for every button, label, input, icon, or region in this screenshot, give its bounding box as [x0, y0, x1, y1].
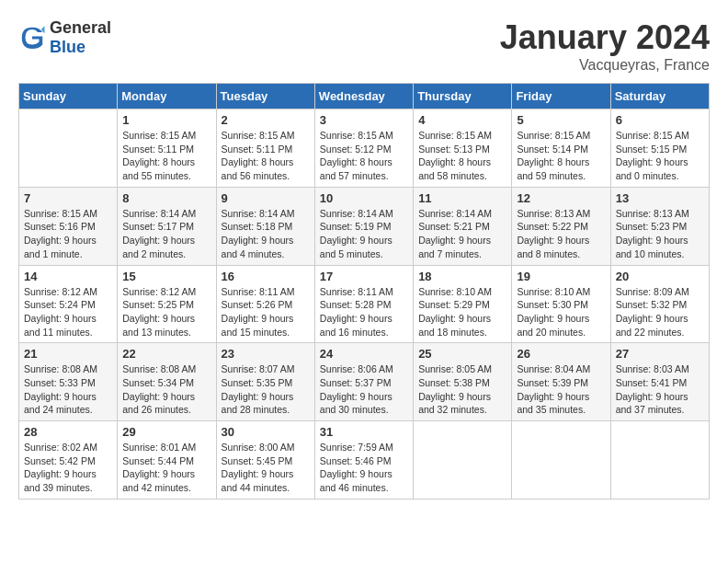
- day-info: Sunrise: 8:12 AM Sunset: 5:25 PM Dayligh…: [122, 285, 210, 339]
- day-info: Sunrise: 8:08 AM Sunset: 5:34 PM Dayligh…: [122, 362, 210, 417]
- day-number: 16: [222, 270, 310, 283]
- day-number: 10: [320, 191, 408, 205]
- calendar-cell: 29Sunrise: 8:01 AM Sunset: 5:44 PM Dayli…: [118, 421, 216, 500]
- day-number: 30: [222, 425, 310, 439]
- day-number: 9: [222, 191, 310, 205]
- day-info: Sunrise: 8:14 AM Sunset: 5:18 PM Dayligh…: [222, 207, 310, 261]
- calendar-cell: 1Sunrise: 8:15 AM Sunset: 5:11 PM Daylig…: [118, 109, 216, 188]
- day-info: Sunrise: 8:11 AM Sunset: 5:26 PM Dayligh…: [222, 285, 310, 339]
- calendar-cell: 2Sunrise: 8:15 AM Sunset: 5:11 PM Daylig…: [216, 109, 314, 188]
- calendar-cell: 31Sunrise: 7:59 AM Sunset: 5:46 PM Dayli…: [314, 421, 413, 500]
- day-number: 31: [320, 425, 408, 439]
- day-number: 1: [122, 113, 210, 127]
- calendar-cell: 8Sunrise: 8:14 AM Sunset: 5:17 PM Daylig…: [118, 187, 216, 265]
- day-info: Sunrise: 8:07 AM Sunset: 5:35 PM Dayligh…: [222, 362, 310, 417]
- calendar-cell: 6Sunrise: 8:15 AM Sunset: 5:15 PM Daylig…: [610, 109, 709, 188]
- day-number: 21: [24, 347, 112, 361]
- calendar-cell: 18Sunrise: 8:10 AM Sunset: 5:29 PM Dayli…: [414, 265, 512, 343]
- day-number: 22: [122, 347, 210, 361]
- calendar-cell: 17Sunrise: 8:11 AM Sunset: 5:28 PM Dayli…: [314, 265, 413, 343]
- calendar-cell: 7Sunrise: 8:15 AM Sunset: 5:16 PM Daylig…: [19, 187, 118, 265]
- day-info: Sunrise: 8:05 AM Sunset: 5:38 PM Dayligh…: [418, 362, 506, 417]
- weekday-header-monday: Monday: [118, 84, 216, 109]
- weekday-header-wednesday: Wednesday: [314, 84, 413, 109]
- calendar-week-3: 14Sunrise: 8:12 AM Sunset: 5:24 PM Dayli…: [19, 265, 710, 343]
- day-info: Sunrise: 8:02 AM Sunset: 5:42 PM Dayligh…: [24, 441, 112, 495]
- weekday-header-thursday: Thursday: [414, 84, 512, 109]
- day-number: 14: [24, 270, 112, 283]
- calendar-cell: 19Sunrise: 8:10 AM Sunset: 5:30 PM Dayli…: [512, 265, 610, 343]
- calendar-header-row: SundayMondayTuesdayWednesdayThursdayFrid…: [19, 84, 710, 109]
- weekday-header-sunday: Sunday: [19, 84, 118, 109]
- calendar-cell: 3Sunrise: 8:15 AM Sunset: 5:12 PM Daylig…: [314, 109, 413, 188]
- day-number: 8: [122, 191, 210, 205]
- day-info: Sunrise: 8:11 AM Sunset: 5:28 PM Dayligh…: [320, 285, 408, 339]
- calendar-table: SundayMondayTuesdayWednesdayThursdayFrid…: [18, 83, 710, 500]
- day-info: Sunrise: 8:08 AM Sunset: 5:33 PM Dayligh…: [24, 362, 112, 417]
- day-number: 11: [418, 191, 506, 205]
- day-number: 12: [517, 191, 605, 205]
- calendar-cell: 27Sunrise: 8:03 AM Sunset: 5:41 PM Dayli…: [610, 343, 709, 421]
- logo-general: General: [50, 18, 111, 38]
- day-number: 28: [24, 425, 112, 439]
- day-number: 7: [24, 191, 112, 205]
- calendar-cell: 15Sunrise: 8:12 AM Sunset: 5:25 PM Dayli…: [118, 265, 216, 343]
- day-info: Sunrise: 8:15 AM Sunset: 5:16 PM Dayligh…: [24, 207, 112, 261]
- day-info: Sunrise: 8:15 AM Sunset: 5:12 PM Dayligh…: [320, 129, 408, 183]
- day-info: Sunrise: 8:14 AM Sunset: 5:17 PM Dayligh…: [122, 207, 210, 261]
- day-info: Sunrise: 8:15 AM Sunset: 5:15 PM Dayligh…: [616, 129, 704, 183]
- page-header: General Blue January 2024 Vacqueyras, Fr…: [18, 18, 710, 74]
- day-info: Sunrise: 8:15 AM Sunset: 5:11 PM Dayligh…: [122, 129, 210, 183]
- month-title: January 2024: [500, 18, 710, 57]
- calendar-cell: [610, 421, 709, 500]
- day-number: 20: [616, 270, 704, 283]
- day-info: Sunrise: 8:10 AM Sunset: 5:30 PM Dayligh…: [517, 285, 605, 339]
- title-block: January 2024 Vacqueyras, France: [500, 18, 710, 74]
- day-number: 13: [616, 191, 704, 205]
- day-info: Sunrise: 8:10 AM Sunset: 5:29 PM Dayligh…: [418, 285, 506, 339]
- day-number: 18: [418, 270, 506, 283]
- calendar-week-1: 1Sunrise: 8:15 AM Sunset: 5:11 PM Daylig…: [19, 109, 710, 188]
- day-number: 4: [418, 113, 506, 127]
- day-number: 23: [222, 347, 310, 361]
- logo-text: General Blue: [50, 18, 111, 57]
- logo-icon: [18, 24, 46, 52]
- calendar-week-5: 28Sunrise: 8:02 AM Sunset: 5:42 PM Dayli…: [19, 421, 710, 500]
- day-info: Sunrise: 8:14 AM Sunset: 5:19 PM Dayligh…: [320, 207, 408, 261]
- weekday-header-saturday: Saturday: [610, 84, 709, 109]
- day-info: Sunrise: 8:01 AM Sunset: 5:44 PM Dayligh…: [122, 441, 210, 495]
- day-info: Sunrise: 8:15 AM Sunset: 5:14 PM Dayligh…: [517, 129, 605, 183]
- calendar-cell: 28Sunrise: 8:02 AM Sunset: 5:42 PM Dayli…: [19, 421, 118, 500]
- calendar-cell: 16Sunrise: 8:11 AM Sunset: 5:26 PM Dayli…: [216, 265, 314, 343]
- day-number: 25: [418, 347, 506, 361]
- day-number: 26: [517, 347, 605, 361]
- day-info: Sunrise: 8:13 AM Sunset: 5:22 PM Dayligh…: [517, 207, 605, 261]
- day-info: Sunrise: 8:13 AM Sunset: 5:23 PM Dayligh…: [616, 207, 704, 261]
- day-info: Sunrise: 8:06 AM Sunset: 5:37 PM Dayligh…: [320, 362, 408, 417]
- day-info: Sunrise: 8:12 AM Sunset: 5:24 PM Dayligh…: [24, 285, 112, 339]
- calendar-cell: 25Sunrise: 8:05 AM Sunset: 5:38 PM Dayli…: [414, 343, 512, 421]
- calendar-week-4: 21Sunrise: 8:08 AM Sunset: 5:33 PM Dayli…: [19, 343, 710, 421]
- calendar-cell: [512, 421, 610, 500]
- day-number: 19: [517, 270, 605, 283]
- calendar-cell: 12Sunrise: 8:13 AM Sunset: 5:22 PM Dayli…: [512, 187, 610, 265]
- day-number: 2: [222, 113, 310, 127]
- day-number: 6: [616, 113, 704, 127]
- calendar-cell: 10Sunrise: 8:14 AM Sunset: 5:19 PM Dayli…: [314, 187, 413, 265]
- calendar-cell: 26Sunrise: 8:04 AM Sunset: 5:39 PM Dayli…: [512, 343, 610, 421]
- calendar-cell: 22Sunrise: 8:08 AM Sunset: 5:34 PM Dayli…: [118, 343, 216, 421]
- day-number: 3: [320, 113, 408, 127]
- day-info: Sunrise: 8:00 AM Sunset: 5:45 PM Dayligh…: [222, 441, 310, 495]
- day-info: Sunrise: 7:59 AM Sunset: 5:46 PM Dayligh…: [320, 441, 408, 495]
- calendar-cell: 30Sunrise: 8:00 AM Sunset: 5:45 PM Dayli…: [216, 421, 314, 500]
- calendar-cell: 20Sunrise: 8:09 AM Sunset: 5:32 PM Dayli…: [610, 265, 709, 343]
- day-number: 5: [517, 113, 605, 127]
- day-info: Sunrise: 8:09 AM Sunset: 5:32 PM Dayligh…: [616, 285, 704, 339]
- day-info: Sunrise: 8:04 AM Sunset: 5:39 PM Dayligh…: [517, 362, 605, 417]
- day-info: Sunrise: 8:03 AM Sunset: 5:41 PM Dayligh…: [616, 362, 704, 417]
- day-info: Sunrise: 8:14 AM Sunset: 5:21 PM Dayligh…: [418, 207, 506, 261]
- calendar-cell: 21Sunrise: 8:08 AM Sunset: 5:33 PM Dayli…: [19, 343, 118, 421]
- day-number: 29: [122, 425, 210, 439]
- calendar-cell: 9Sunrise: 8:14 AM Sunset: 5:18 PM Daylig…: [216, 187, 314, 265]
- calendar-cell: 11Sunrise: 8:14 AM Sunset: 5:21 PM Dayli…: [414, 187, 512, 265]
